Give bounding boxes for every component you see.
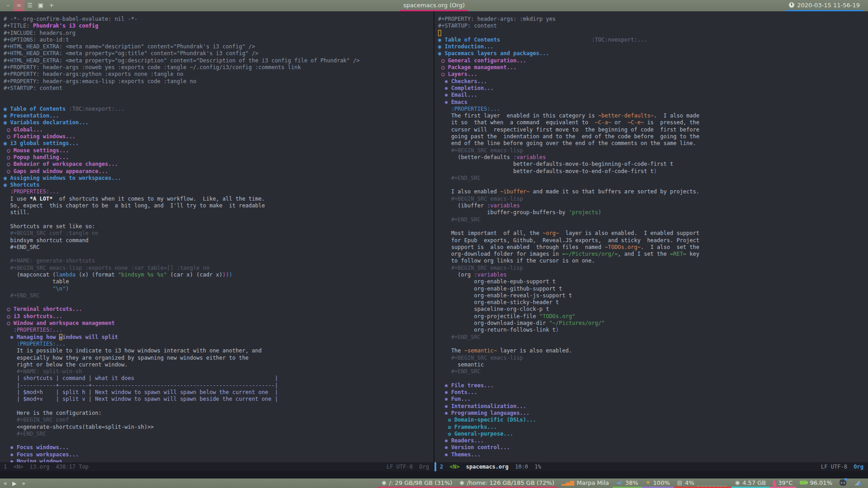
buffer-line: org-download folder for images in =~/Pic…	[438, 251, 868, 258]
buffer-line: org-return-follows-link t)	[438, 327, 868, 333]
buffer-line: org-projectile-file "TODOs.org"	[438, 313, 868, 320]
buffer-line: ○ Layers...	[438, 71, 868, 78]
buffer-line: ✱ File trees...	[438, 382, 868, 389]
media-previous-button[interactable]: «	[4, 480, 7, 487]
buffer-line: The first layer enabled in this category…	[438, 113, 868, 119]
buffer-line: ✱ Fonts...	[438, 389, 868, 396]
brightness-module-value: 100%	[653, 479, 670, 486]
buffer-line: ○ Behavior of workspace changes...	[4, 161, 434, 168]
buffer-line: ✿ Frameworks...	[438, 424, 868, 431]
buffer-line	[438, 30, 868, 37]
buffer-line: ✱ Internationalization...	[438, 403, 868, 410]
buffer-line: #+BEGIN_SRC conf	[4, 417, 434, 423]
buffer-line: #+BEGIN_SRC conf :tangle no	[4, 230, 434, 237]
media-play-button[interactable]: ▶	[12, 480, 16, 487]
buffer-line: #+END_SRC	[4, 431, 434, 437]
volume-module-value: 38%	[625, 479, 638, 486]
buffer-line: ◉ Presentation...	[4, 113, 434, 119]
buffer-line: ✱ Emacs	[438, 99, 868, 106]
buffer-line: #+BEGIN_SRC emacs-lisp :exports none :va…	[4, 265, 434, 272]
workspace-2-active[interactable]: =	[14, 0, 24, 11]
buffer-line: better-defaults-move-to-beginning-of-cod…	[438, 161, 868, 168]
disk-root-module: ◉/: 29 GB/98 GB (31%)	[378, 479, 456, 488]
echo-area	[0, 471, 868, 479]
focused-window-accent-bar	[434, 462, 436, 471]
buffer-line: #+END_SRC	[4, 292, 434, 299]
buffer-line: ○ Popup handling...	[4, 154, 434, 161]
buffer-line	[4, 92, 434, 99]
buffer-line	[4, 437, 434, 444]
modeline-right-encoding: LF UTF-8 Org	[821, 464, 863, 470]
buffer-line: :PROPERTIES:...	[438, 106, 868, 113]
media-next-button[interactable]: »	[22, 480, 25, 487]
buffer-i3-org[interactable]: # -*- org-confirm-babel-evaluate: nil -*…	[0, 11, 434, 462]
workspace-5[interactable]: +	[46, 0, 57, 11]
buffer-line: ◉ Table of Contents :TOC:noexport:...	[438, 37, 868, 43]
buffer-line: #+BEGIN_SRC emacs-lisp	[438, 265, 868, 272]
disk-home-module-value: /home: 126 GB/185 GB (72%)	[467, 479, 554, 486]
buffer-line: spaceline-org-clock-p t	[438, 306, 868, 313]
buffer-line: #+BEGIN_SRC emacs-lisp	[438, 196, 868, 202]
buffer-line: #+OPTIONS: auto-id:t	[4, 37, 434, 43]
buffer-line: #+NAME: split-win-sh	[4, 368, 434, 375]
battery-module: 96.01%	[796, 479, 836, 488]
buffer-line: Here is the configuration:	[4, 410, 434, 417]
focused-window-title: spacemacs.org (Org)	[400, 0, 468, 11]
emacs-frame: # -*- org-confirm-babel-evaluate: nil -*…	[0, 11, 868, 471]
buffer-line: ○ Window and workspace management	[4, 320, 434, 327]
buffer-line: #+END_SRC	[4, 244, 434, 251]
memory-module: ◉4.57 GB	[731, 479, 770, 488]
wifi-tray-icon-icon	[854, 480, 861, 485]
buffer-line: It is possible to indicate to i3 how win…	[4, 347, 434, 354]
buffer-line: #+END_SRC	[438, 334, 868, 341]
buffer-line: to follow org links if the cursor is on …	[438, 258, 868, 264]
desktop: { "topbar": { "title": "spacemacs.org (O…	[0, 0, 868, 488]
bottom-polybar: «▶» ◉/: 29 GB/98 GB (31%)◉/home: 126 GB/…	[0, 479, 868, 488]
buffer-line: :PROPERTIES:...	[4, 327, 434, 333]
buffer-line: better-defaults-move-to-end-of-code-firs…	[438, 168, 868, 175]
battery-module-icon	[800, 481, 807, 484]
buffer-line: for Epub exports, Github, Reveal.JS expo…	[438, 237, 868, 244]
buffer-line	[438, 182, 868, 188]
buffer-line: So, expect this chapter to be a bit long…	[4, 202, 434, 209]
buffer-line: ◉ Assigning windows to workspaces...	[4, 175, 434, 182]
buffer-line: still.	[4, 209, 434, 216]
buffer-line	[438, 341, 868, 347]
buffer-line: #+END_SRC	[438, 175, 868, 182]
buffer-line: ◉ Table of Contents :TOC:noexport:...	[4, 106, 434, 113]
buffer-line: table	[4, 278, 434, 285]
buffer-line: ○ Mouse settings...	[4, 147, 434, 154]
buffer-spacemacs-org[interactable]: #+PROPERTY: header-args: :mkdirp yes#+ST…	[434, 11, 868, 462]
buffer-line: #+NAME: generate-shortcuts	[4, 258, 434, 264]
top-polybar: –=☰▣+ spacemacs.org (Org) 2020-03-15 11-…	[0, 0, 868, 11]
buffer-line: #+PROPERTY: header-args:python :exports …	[4, 71, 434, 78]
wifi-network-module: ▂▄▆Marpa Mila	[558, 479, 613, 488]
buffer-line: ✱ Email...	[438, 92, 868, 99]
brightness-module[interactable]: ☀100%	[642, 479, 674, 488]
workspace-3[interactable]: ☰	[24, 0, 35, 11]
buffer-line: (mapconcat (lambda (x) (format "bindsym …	[4, 272, 434, 278]
cpu-module: ▤4%________	[674, 479, 731, 488]
emacs-window-left[interactable]: # -*- org-confirm-babel-evaluate: nil -*…	[0, 11, 434, 471]
buffer-line: cursor will respectively first move to t…	[438, 127, 868, 133]
buffer-line: #+BEGIN_SRC emacs-lisp	[438, 355, 868, 361]
buffer-line: ibuffer-group-buffers-by 'projects)	[438, 209, 868, 216]
buffer-line: #+END_SRC	[438, 216, 868, 223]
buffer-line: (org :variables	[438, 272, 868, 278]
buffer-line: end of the line before going over the en…	[438, 140, 868, 147]
buffer-line	[438, 223, 868, 230]
buffer-line: ◉ Introduction...	[438, 43, 868, 50]
workspace-switcher: –=☰▣+	[0, 0, 57, 11]
temperature-module-icon	[773, 480, 775, 485]
wifi-tray-icon[interactable]	[850, 479, 864, 488]
buffer-line: especially how they are organized by spa…	[4, 355, 434, 361]
volume-module[interactable]: ◄)38%	[613, 479, 642, 488]
buffer-line: <<generate-shortcuts(table=split-win-sh)…	[4, 424, 434, 431]
buffer-line: ✱ Moving windows...	[4, 458, 434, 462]
workspace-1[interactable]: –	[3, 0, 14, 11]
workspace-4[interactable]: ▣	[35, 0, 46, 11]
buffer-line: it so that when a command equivalent to …	[438, 119, 868, 126]
emacs-window-right[interactable]: #+PROPERTY: header-args: :mkdirp yes#+ST…	[434, 11, 868, 471]
wifi-network-module-icon: ▂▄▆	[561, 479, 574, 486]
discord-tray-icon[interactable]	[836, 479, 850, 488]
